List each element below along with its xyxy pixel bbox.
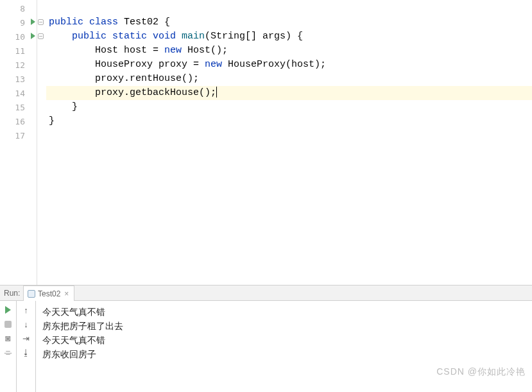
run-tab-title: Test02: [38, 289, 60, 298]
rerun-button[interactable]: [3, 305, 13, 315]
gutter-line[interactable]: 12: [0, 58, 37, 72]
close-icon[interactable]: ×: [64, 289, 69, 298]
run-tab[interactable]: Test02 ×: [23, 285, 74, 301]
fold-cell: [37, 86, 46, 100]
editor-pane: 891011121314151617 public class Test02 {…: [0, 0, 532, 285]
fold-cell: [37, 30, 46, 44]
fold-cell: [37, 100, 46, 114]
gutter-line[interactable]: 17: [0, 128, 37, 142]
down-icon[interactable]: ↓: [21, 319, 31, 329]
gutter-line[interactable]: 15: [0, 100, 37, 114]
console-line: 房东把房子租了出去: [42, 319, 526, 333]
code-line[interactable]: HouseProxy proxy = new HouseProxy(host);: [46, 58, 532, 72]
run-label: Run:: [0, 289, 23, 298]
run-config-icon: [28, 290, 35, 298]
gutter-line[interactable]: 10: [0, 30, 37, 44]
fold-cell: [37, 128, 46, 142]
gutter-line[interactable]: 9: [0, 15, 37, 30]
console-line: 今天天气真不错: [42, 333, 526, 347]
fold-cell: [37, 114, 46, 128]
console-line: 今天天气真不错: [42, 305, 526, 319]
gutter-line[interactable]: 8: [0, 1, 37, 15]
console-output[interactable]: 今天天气真不错房东把房子租了出去今天天气真不错房东收回房子: [36, 301, 532, 392]
fold-cell: [37, 58, 46, 72]
code-line[interactable]: public static void main(String[] args) {: [46, 30, 532, 44]
code-line[interactable]: Host host = new Host();: [46, 44, 532, 58]
gutter-line[interactable]: 14: [0, 86, 37, 100]
fold-column: [37, 0, 46, 285]
console-line: 房东收回房子: [42, 347, 526, 361]
softwrap-icon[interactable]: ⇥: [21, 333, 31, 343]
run-header: Run: Test02 ×: [0, 285, 532, 301]
gutter-line[interactable]: 11: [0, 44, 37, 58]
fold-toggle-icon[interactable]: [38, 33, 44, 39]
code-line[interactable]: [46, 128, 532, 142]
gutter-line[interactable]: 13: [0, 72, 37, 86]
line-gutter: 891011121314151617: [0, 0, 37, 285]
watermark: CSDN @你如此冷艳: [436, 366, 526, 378]
up-icon[interactable]: ↑: [21, 305, 31, 315]
run-toolbar-primary: ◙ ⌯: [0, 301, 17, 392]
scroll-end-icon[interactable]: ⭳: [21, 347, 31, 357]
stop-button[interactable]: [3, 319, 13, 329]
debug-icon[interactable]: ⌯: [3, 347, 13, 357]
run-gutter-icon[interactable]: [31, 19, 35, 25]
fold-toggle-icon[interactable]: [38, 19, 44, 25]
code-line[interactable]: proxy.getbackHouse();: [46, 86, 532, 100]
code-line[interactable]: }: [46, 100, 532, 114]
run-gutter-icon[interactable]: [31, 33, 35, 39]
gutter-line[interactable]: 16: [0, 114, 37, 128]
code-line[interactable]: public class Test02 {: [46, 15, 532, 30]
code-area[interactable]: public class Test02 { public static void…: [46, 0, 532, 285]
code-line[interactable]: [46, 1, 532, 15]
fold-cell: [37, 44, 46, 58]
layout-icon[interactable]: ◙: [3, 333, 13, 343]
fold-cell: [37, 15, 46, 30]
fold-cell: [37, 72, 46, 86]
code-line[interactable]: proxy.rentHouse();: [46, 72, 532, 86]
run-toolbar-secondary: ↑ ↓ ⇥ ⭳: [17, 301, 36, 392]
fold-cell: [37, 1, 46, 15]
code-line[interactable]: }: [46, 114, 532, 128]
run-body: ◙ ⌯ ↑ ↓ ⇥ ⭳ 今天天气真不错房东把房子租了出去今天天气真不错房东收回房…: [0, 301, 532, 392]
